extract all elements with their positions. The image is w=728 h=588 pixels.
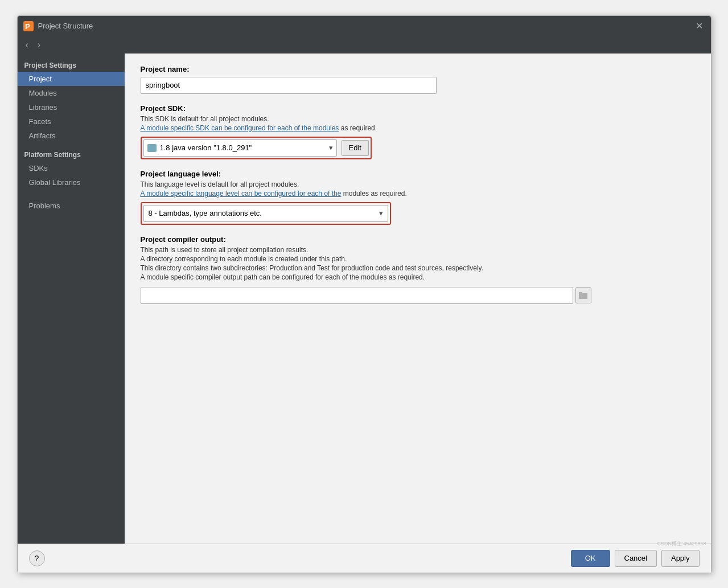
- sdk-dropdown-arrow: ▾: [329, 143, 333, 152]
- sdk-section-title: Project SDK:: [141, 104, 695, 113]
- forward-button[interactable]: ›: [34, 39, 44, 51]
- sidebar-item-problems[interactable]: Problems: [18, 199, 125, 213]
- svg-text:P: P: [25, 22, 30, 31]
- apply-button[interactable]: Apply: [661, 550, 700, 567]
- sidebar-item-modules[interactable]: Modules: [18, 86, 125, 100]
- compiler-desc2: A directory corresponding to each module…: [141, 255, 695, 263]
- sdk-dropdown[interactable]: 1.8 java version "1.8.0_291" ▾: [143, 139, 337, 157]
- cancel-button[interactable]: Cancel: [615, 550, 657, 567]
- ok-button[interactable]: OK: [571, 550, 610, 567]
- compiler-section-title: Project compiler output:: [141, 235, 695, 244]
- project-settings-label: Project Settings: [18, 58, 125, 72]
- bottom-bar-left: ?: [29, 550, 45, 566]
- language-section-title: Project language level:: [141, 170, 695, 178]
- content-area: Project Settings Project Modules Librari…: [18, 54, 711, 544]
- title-bar: P Project Structure ✕: [18, 16, 711, 36]
- lang-row: 8 - Lambdas, type annotations etc. ▾: [141, 202, 391, 225]
- compiler-desc4: A module specific compiler output path c…: [141, 273, 695, 281]
- main-panel: Project name: Project SDK: This SDK is d…: [125, 54, 711, 544]
- svg-rect-2: [579, 293, 587, 299]
- compiler-output-input[interactable]: [141, 287, 573, 304]
- compiler-section: Project compiler output: This path is us…: [141, 235, 695, 304]
- sdk-section: Project SDK: This SDK is default for all…: [141, 104, 695, 159]
- compiler-desc1: This path is used to store all project c…: [141, 246, 695, 254]
- compiler-desc3: This directory contains two subdirectori…: [141, 264, 695, 272]
- lang-desc1: This language level is default for all p…: [141, 180, 695, 188]
- project-name-input[interactable]: [141, 77, 437, 94]
- sdk-value: 1.8 java version "1.8.0_291": [160, 143, 252, 152]
- watermark: CSDN博主:45429858: [657, 540, 706, 548]
- language-section: Project language level: This language le…: [141, 170, 695, 225]
- sdk-desc2: A module specific SDK can be configured …: [141, 124, 695, 132]
- svg-rect-3: [579, 292, 582, 294]
- compiler-output-row: [141, 287, 695, 304]
- lang-dropdown[interactable]: 8 - Lambdas, type annotations etc. ▾: [143, 205, 388, 222]
- app-icon: P: [23, 21, 34, 31]
- sdk-edit-button[interactable]: Edit: [342, 140, 369, 156]
- sidebar-item-global-libraries[interactable]: Global Libraries: [18, 175, 125, 190]
- sidebar: Project Settings Project Modules Librari…: [18, 54, 125, 544]
- sidebar-item-artifacts[interactable]: Artifacts: [18, 129, 125, 143]
- lang-value: 8 - Lambdas, type annotations etc.: [149, 209, 262, 217]
- bottom-bar: ? OK Cancel Apply: [18, 544, 711, 573]
- sdk-row: 1.8 java version "1.8.0_291" ▾ Edit: [141, 137, 372, 159]
- sidebar-item-sdks[interactable]: SDKs: [18, 161, 125, 175]
- lang-desc2: A module specific language level can be …: [141, 190, 695, 198]
- folder-icon: [579, 291, 588, 299]
- back-button[interactable]: ‹: [22, 39, 32, 51]
- sdk-desc2-link[interactable]: A module specific SDK can be configured …: [141, 124, 339, 132]
- dialog-title: Project Structure: [38, 22, 689, 30]
- lang-desc2-link[interactable]: A module specific language level can be …: [141, 190, 342, 198]
- project-structure-dialog: P Project Structure ✕ ‹ › Project Settin…: [17, 15, 711, 573]
- nav-row: ‹ ›: [18, 36, 711, 54]
- sidebar-divider: [18, 143, 125, 147]
- sdk-desc1: This SDK is default for all project modu…: [141, 115, 695, 123]
- sidebar-item-project[interactable]: Project: [18, 72, 125, 86]
- close-button[interactable]: ✕: [693, 20, 705, 32]
- sidebar-item-facets[interactable]: Facets: [18, 114, 125, 129]
- help-button[interactable]: ?: [29, 550, 45, 566]
- compiler-output-folder-button[interactable]: [575, 287, 591, 303]
- sidebar-item-libraries[interactable]: Libraries: [18, 100, 125, 114]
- platform-settings-label: Platform Settings: [18, 147, 125, 161]
- project-name-label: Project name:: [141, 65, 695, 73]
- lang-dropdown-arrow: ▾: [379, 209, 383, 217]
- sdk-folder-icon: [147, 144, 157, 152]
